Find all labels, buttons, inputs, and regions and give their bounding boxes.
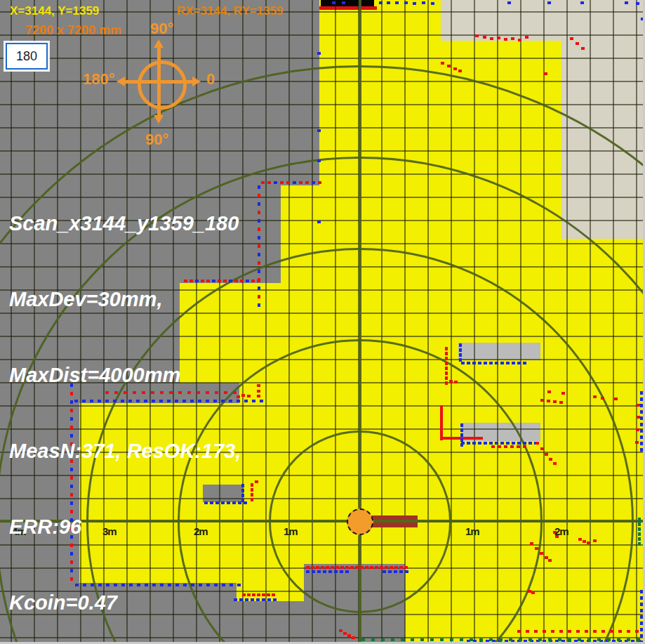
scan-dot (636, 428, 639, 431)
scan-info-line: Kcoin=0.47 (9, 590, 241, 615)
scan-dot (445, 347, 448, 350)
scan-dot (635, 441, 639, 444)
scan-dot (257, 593, 260, 596)
scan-dot (617, 638, 620, 641)
scan-dot (530, 542, 533, 545)
compass-label-90-bottom: 90° (145, 131, 168, 149)
scan-dot (489, 638, 493, 641)
scan-dot (379, 1, 383, 4)
scan-dot (470, 638, 473, 641)
scan-dot (483, 36, 486, 39)
compass-label-180: 180° (83, 70, 115, 88)
scan-dot (258, 261, 260, 265)
scan-dot (251, 483, 253, 487)
scan-dot (258, 295, 260, 298)
scan-dot (255, 480, 258, 483)
scan-dot (453, 67, 457, 70)
scan-dot (395, 1, 399, 4)
scan-dot (531, 591, 535, 594)
scan-dot (479, 638, 483, 641)
scan-dot (258, 244, 260, 248)
scan-dot (460, 638, 463, 641)
scan-dot (489, 362, 493, 364)
scan-dot (241, 489, 244, 492)
scan-dot (467, 442, 470, 445)
scan-dot (247, 395, 251, 397)
scan-dot (449, 380, 453, 383)
scan-dot (332, 1, 335, 4)
scan-dot (587, 638, 591, 641)
hud-own-position: X=3144, Y=1359 (10, 4, 99, 18)
scan-dot (383, 570, 386, 573)
scan-dot (391, 638, 394, 641)
scan-dot (342, 1, 345, 4)
scan-dot (381, 638, 385, 641)
axis-vertical (359, 0, 361, 644)
scan-dot (638, 542, 641, 546)
scan-dot (504, 445, 507, 448)
scan-dot (244, 501, 247, 504)
scan-dot (241, 484, 244, 487)
scan-dot (404, 566, 408, 569)
scan-dot (545, 453, 548, 456)
region-red_bar (319, 6, 377, 10)
scan-dot (258, 270, 260, 273)
scan-dot (497, 37, 500, 39)
range-label: 1m (465, 525, 479, 537)
scan-dot (345, 570, 349, 573)
scan-dot (445, 376, 448, 380)
scan-dot (506, 362, 510, 364)
scan-dot (543, 630, 546, 633)
scan-dot (311, 566, 314, 569)
robot-marker (347, 508, 373, 535)
scan-dot (371, 638, 375, 641)
scan-dot (538, 638, 542, 641)
scan-dot (390, 566, 393, 569)
scan-dot (260, 400, 263, 402)
scan-dot (251, 280, 255, 282)
scan-dot (500, 442, 504, 445)
scan-dot (517, 442, 521, 445)
scan-dot (459, 353, 462, 357)
scan-dot (252, 400, 255, 402)
scan-dot (445, 357, 448, 360)
scan-dot (472, 442, 476, 445)
scan-dot (352, 636, 355, 639)
scan-dot (517, 362, 521, 364)
scan-dot (627, 630, 630, 633)
map-canvas[interactable]: 4m3m2m1m1m2m X=3144, Y=1359 RX=3144, RY=… (0, 0, 645, 644)
scan-dot (585, 630, 588, 633)
scan-dot (498, 445, 501, 448)
scan-dot (627, 638, 630, 641)
angle-input[interactable]: 180 (6, 43, 48, 70)
scan-dot (445, 381, 448, 385)
scan-dot (618, 630, 622, 633)
scan-dot (347, 634, 351, 637)
scan-dot (312, 570, 315, 573)
scan-dot (580, 1, 584, 4)
scan-dot (637, 404, 640, 407)
scan-dot (323, 570, 326, 573)
scan-dot (387, 1, 390, 4)
scan-dot (257, 384, 260, 387)
scan-dot (401, 638, 404, 641)
scan-dot (317, 221, 321, 223)
scan-dot (244, 400, 248, 402)
compass-label-0: 0 (206, 70, 215, 88)
scan-dot (558, 638, 561, 641)
scan-dot (256, 598, 260, 601)
scan-dot (262, 598, 265, 601)
scan-dot (507, 1, 511, 4)
scan-dot (568, 638, 571, 641)
scan-dot (257, 390, 260, 393)
scan-dot (422, 1, 425, 4)
scan-dot (510, 445, 514, 448)
scan-dot (317, 129, 321, 132)
scan-dot (535, 547, 538, 550)
scan-dot (399, 570, 403, 573)
scan-dot (317, 570, 321, 573)
scan-dot (518, 39, 521, 41)
scan-dot (601, 630, 605, 633)
scan-dot (637, 638, 640, 641)
scan-dot (461, 362, 465, 364)
